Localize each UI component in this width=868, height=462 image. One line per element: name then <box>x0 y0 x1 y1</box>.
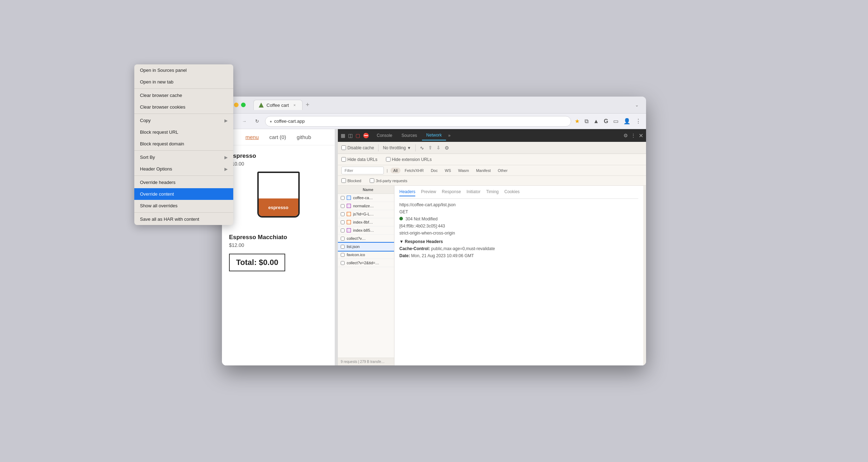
close-button[interactable] <box>227 103 231 107</box>
nav-menu[interactable]: menu <box>246 134 259 140</box>
tab-sources[interactable]: Sources <box>397 131 421 140</box>
translate-icon[interactable]: G <box>604 118 608 125</box>
tab-close-button[interactable]: × <box>292 102 297 108</box>
profile-icon[interactable]: ▭ <box>613 118 618 125</box>
url-text: coffee-cart.app <box>274 119 305 124</box>
network-item-1-checkbox[interactable] <box>341 204 345 208</box>
detail-referrer: strict-origin-when-cross-origin <box>399 231 638 236</box>
filter-other[interactable]: Other <box>495 168 511 173</box>
detail-tab-cookies[interactable]: Cookies <box>504 189 520 196</box>
network-item-0[interactable]: coffee-ca… <box>338 194 394 202</box>
clear-icon[interactable]: ⛔ <box>363 133 369 138</box>
ctx-override-headers[interactable]: Override headers <box>134 177 233 188</box>
third-party-checkbox[interactable] <box>370 178 374 183</box>
website-panel: menu cart (0) github Espresso $10.00 esp… <box>222 129 335 365</box>
filter-wasm[interactable]: Wasm <box>455 168 472 173</box>
network-item-3[interactable]: index-8bf… <box>338 218 394 226</box>
network-item-0-checkbox[interactable] <box>341 196 345 200</box>
ctx-clear-cache[interactable]: Clear browser cache <box>134 89 233 101</box>
network-item-7-checkbox[interactable] <box>341 253 345 257</box>
ctx-block-domain[interactable]: Block request domain <box>134 138 233 150</box>
network-item-0-icon <box>347 196 351 200</box>
ctx-save-har[interactable]: Save all as HAR with content <box>134 213 233 225</box>
network-item-2[interactable]: js?id=G-L… <box>338 210 394 218</box>
minimize-button[interactable] <box>234 103 239 107</box>
extensions-icon[interactable]: ⧉ <box>585 118 588 125</box>
network-item-7[interactable]: favicon.ico <box>338 251 394 259</box>
detail-tab-headers[interactable]: Headers <box>399 189 415 196</box>
tab-console[interactable]: Console <box>373 131 397 140</box>
more-options-icon[interactable]: ⋮ <box>631 133 636 138</box>
filter-ws[interactable]: WS <box>442 168 454 173</box>
ctx-clear-cookies[interactable]: Clear browser cookies <box>134 101 233 113</box>
ctx-override-content[interactable]: Override content <box>134 188 233 200</box>
eyedropper-icon[interactable]: ▲ <box>593 118 599 125</box>
throttle-control[interactable]: No throttling ▼ <box>383 145 411 150</box>
more-tabs-button[interactable]: » <box>447 132 452 139</box>
filter-fetch[interactable]: Fetch/XHR <box>402 168 427 173</box>
bookmark-icon[interactable]: ★ <box>575 118 580 125</box>
devtools-close-icon[interactable]: ✕ <box>639 132 643 139</box>
new-tab-button[interactable]: + <box>303 100 312 110</box>
network-item-1[interactable]: normalize… <box>338 202 394 210</box>
network-item-2-icon <box>347 212 351 216</box>
hide-data-urls-label: Hide data URLs <box>341 157 377 162</box>
network-item-5-checkbox[interactable] <box>341 237 345 241</box>
filter-all[interactable]: All <box>391 168 400 173</box>
network-item-2-checkbox[interactable] <box>341 212 345 216</box>
filter-manifest[interactable]: Manifest <box>473 168 494 173</box>
ctx-open-sources[interactable]: Open in Sources panel <box>134 64 233 76</box>
nav-github[interactable]: github <box>297 134 311 140</box>
network-item-4[interactable]: index-b85… <box>338 226 394 235</box>
ctx-copy[interactable]: Copy ▶ <box>134 115 233 126</box>
network-item-5[interactable]: collect?v… <box>338 235 394 243</box>
network-item-8-checkbox[interactable] <box>341 261 345 265</box>
user-icon[interactable]: 👤 <box>623 118 631 125</box>
blocked-requests-checkbox[interactable] <box>341 178 346 183</box>
network-item-4-checkbox[interactable] <box>341 229 345 232</box>
ctx-sort-by[interactable]: Sort By ▶ <box>134 151 233 163</box>
disable-cache-checkbox[interactable] <box>341 145 346 150</box>
detail-address: [64:ff9b::4b02:3c05]:443 <box>399 224 638 229</box>
stop-recording-icon[interactable]: ▢ <box>356 133 360 138</box>
reload-button[interactable]: ↻ <box>252 117 262 126</box>
traffic-lights <box>227 103 246 107</box>
network-list: coffee-ca… Name coffee-ca… normalize… <box>338 186 394 365</box>
menu-dots-icon[interactable]: ⋮ <box>635 118 641 125</box>
left-scrollbar[interactable] <box>335 129 338 365</box>
network-item-6[interactable]: list.json <box>338 243 394 251</box>
ctx-block-url[interactable]: Block request URL <box>134 126 233 138</box>
network-filter-input[interactable] <box>341 167 384 174</box>
filter-doc[interactable]: Doc <box>428 168 441 173</box>
coffee-cup-illustration: espresso <box>252 172 305 228</box>
inspect-icon[interactable]: ▦ <box>341 133 345 138</box>
right-scrollbar[interactable] <box>643 186 646 365</box>
detail-method: GET <box>399 209 638 214</box>
fullscreen-button[interactable] <box>241 103 246 107</box>
network-item-6-checkbox[interactable] <box>341 245 345 249</box>
network-item-3-checkbox[interactable] <box>341 220 345 224</box>
ctx-header-options[interactable]: Header Options ▶ <box>134 163 233 175</box>
url-bar[interactable]: ● coffee-cart.app <box>265 116 571 127</box>
back-button[interactable]: ← <box>227 117 236 126</box>
active-tab[interactable]: Coffee cart × <box>253 100 303 110</box>
tab-network[interactable]: Network <box>422 131 446 140</box>
network-settings-icon[interactable]: ⚙ <box>445 145 449 151</box>
download-icon[interactable]: ⇩ <box>436 145 440 150</box>
network-item-8[interactable]: collect?v=2&tid=G-… <box>338 259 394 267</box>
ctx-open-tab[interactable]: Open in new tab <box>134 76 233 88</box>
ctx-show-overrides[interactable]: Show all overrides <box>134 200 233 212</box>
detail-tab-timing[interactable]: Timing <box>486 189 499 196</box>
forward-button[interactable]: → <box>240 117 249 126</box>
hide-ext-urls-checkbox[interactable] <box>386 157 391 162</box>
upload-icon[interactable]: ⇧ <box>428 145 432 150</box>
detail-tab-preview[interactable]: Preview <box>421 189 436 196</box>
nav-cart[interactable]: cart (0) <box>269 134 286 140</box>
chevron-down-icon[interactable]: ⌄ <box>633 101 641 109</box>
detail-tab-initiator[interactable]: Initiator <box>467 189 480 196</box>
device-icon[interactable]: ◫ <box>348 133 353 138</box>
hide-data-urls-checkbox[interactable] <box>341 157 346 162</box>
browser-window: Coffee cart × + ⌄ ← → ↻ ● coffee-cart.ap… <box>222 97 646 365</box>
settings-icon[interactable]: ⚙ <box>623 133 628 138</box>
detail-tab-response[interactable]: Response <box>442 189 461 196</box>
